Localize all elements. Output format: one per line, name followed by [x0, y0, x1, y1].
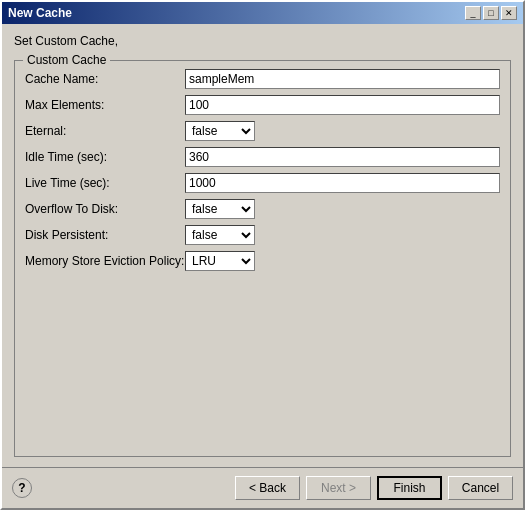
main-window: New Cache _ □ ✕ Set Custom Cache, Custom…	[0, 0, 525, 510]
field-input-0[interactable]	[185, 69, 500, 89]
navigation-buttons: < Back Next > Finish Cancel	[235, 476, 513, 500]
back-button[interactable]: < Back	[235, 476, 300, 500]
group-legend: Custom Cache	[23, 53, 110, 67]
field-select-2[interactable]: falsetrue	[185, 121, 255, 141]
window-content: Set Custom Cache, Custom Cache Cache Nam…	[2, 24, 523, 467]
form-row: Cache Name:	[25, 69, 500, 89]
field-input-1[interactable]	[185, 95, 500, 115]
field-label-1: Max Elements:	[25, 98, 185, 112]
minimize-button[interactable]: _	[465, 6, 481, 20]
field-select-6[interactable]: falsetrue	[185, 225, 255, 245]
help-button[interactable]: ?	[12, 478, 32, 498]
finish-button[interactable]: Finish	[377, 476, 442, 500]
button-bar: ? < Back Next > Finish Cancel	[2, 467, 523, 508]
field-label-5: Overflow To Disk:	[25, 202, 185, 216]
field-select-7[interactable]: LRULFUFIFO	[185, 251, 255, 271]
custom-cache-group: Custom Cache Cache Name:Max Elements:Ete…	[14, 60, 511, 457]
field-label-0: Cache Name:	[25, 72, 185, 86]
field-select-5[interactable]: falsetrue	[185, 199, 255, 219]
field-label-2: Eternal:	[25, 124, 185, 138]
form-row: Idle Time (sec):	[25, 147, 500, 167]
field-label-6: Disk Persistent:	[25, 228, 185, 242]
next-button[interactable]: Next >	[306, 476, 371, 500]
form-row: Max Elements:	[25, 95, 500, 115]
form-row: Disk Persistent:falsetrue	[25, 225, 500, 245]
intro-text: Set Custom Cache,	[14, 34, 511, 48]
form-row: Overflow To Disk:falsetrue	[25, 199, 500, 219]
field-input-3[interactable]	[185, 147, 500, 167]
form-row: Live Time (sec):	[25, 173, 500, 193]
title-bar: New Cache _ □ ✕	[2, 2, 523, 24]
form-row: Eternal:falsetrue	[25, 121, 500, 141]
field-label-7: Memory Store Eviction Policy:	[25, 254, 185, 268]
field-input-4[interactable]	[185, 173, 500, 193]
field-label-4: Live Time (sec):	[25, 176, 185, 190]
form-row: Memory Store Eviction Policy:LRULFUFIFO	[25, 251, 500, 271]
form-rows: Cache Name:Max Elements:Eternal:falsetru…	[25, 69, 500, 271]
window-controls: _ □ ✕	[465, 6, 517, 20]
field-label-3: Idle Time (sec):	[25, 150, 185, 164]
window-title: New Cache	[8, 6, 72, 20]
cancel-button[interactable]: Cancel	[448, 476, 513, 500]
maximize-button[interactable]: □	[483, 6, 499, 20]
close-button[interactable]: ✕	[501, 6, 517, 20]
